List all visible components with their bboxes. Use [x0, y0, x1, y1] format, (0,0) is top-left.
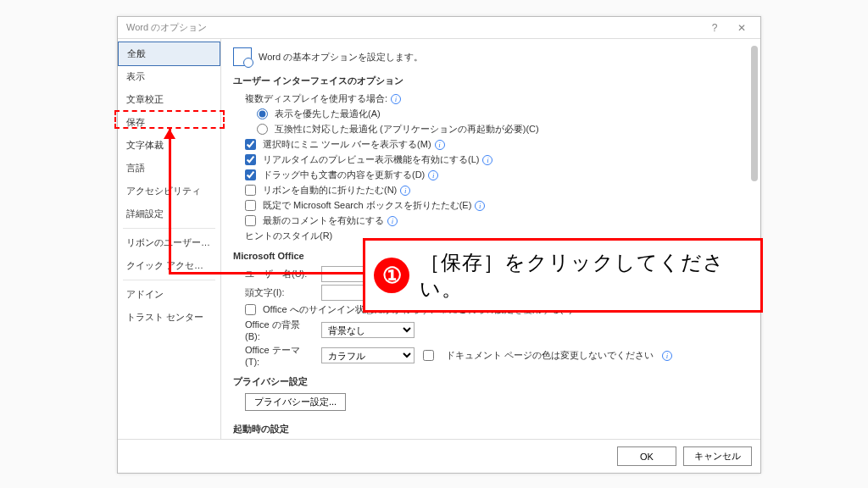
- info-icon[interactable]: i: [435, 140, 445, 150]
- info-icon[interactable]: i: [482, 155, 492, 165]
- initials-label: 頭文字(I):: [245, 286, 313, 299]
- info-icon[interactable]: i: [662, 351, 672, 361]
- username-label: ユーザー名(U):: [245, 268, 313, 280]
- cb-drag-label: ドラッグ中も文書の内容を更新する(D): [263, 169, 425, 181]
- dialog-title: Word のオプション: [126, 21, 207, 34]
- cb-collapse-search[interactable]: [245, 200, 256, 211]
- cb-preview-label: リアルタイムのプレビュー表示機能を有効にする(L): [263, 153, 479, 166]
- annotation-number: ①: [374, 258, 409, 293]
- office-bg-label: Office の背景(B):: [245, 319, 313, 341]
- sidebar-item-proofing[interactable]: 文章校正: [118, 88, 220, 111]
- section-privacy: プライバシー設定: [233, 375, 750, 388]
- sidebar-item-display[interactable]: 表示: [118, 65, 220, 88]
- annotation-callout: ① ［保存］をクリックしてください。: [363, 238, 763, 313]
- radio-compat[interactable]: [257, 124, 268, 135]
- multi-display-label: 複数ディスプレイを使用する場合:: [245, 92, 387, 105]
- titlebar: Word のオプション ? ✕: [118, 17, 760, 39]
- office-theme-select[interactable]: カラフル: [321, 347, 415, 363]
- cancel-button[interactable]: キャンセル: [683, 446, 752, 466]
- scrollbar-thumb[interactable]: [751, 46, 758, 181]
- cb-mini-toolbar[interactable]: [245, 139, 256, 150]
- office-theme-label: Office テーマ(T):: [245, 344, 313, 367]
- cb-comment-label: 最新のコメントを有効にする: [263, 214, 384, 227]
- cb-mini-label: 選択時にミニ ツール バーを表示する(M): [263, 138, 431, 151]
- cb-modern-comments[interactable]: [245, 215, 256, 226]
- top-description: Word の基本オプションを設定します。: [259, 51, 423, 64]
- cb-ribbon-label: リボンを自動的に折りたたむ(N): [263, 184, 397, 197]
- cb-doc-page-color[interactable]: [423, 350, 434, 361]
- cb-search-label: 既定で Microsoft Search ボックスを折りたたむ(E): [263, 199, 471, 212]
- info-icon[interactable]: i: [428, 170, 438, 180]
- dialog-footer: OK キャンセル: [118, 439, 760, 473]
- info-icon[interactable]: i: [387, 216, 398, 226]
- radio-compat-label: 互換性に対応した最適化 (アプリケーションの再起動が必要)(C): [275, 123, 539, 136]
- annotation-text: ［保存］をクリックしてください。: [420, 249, 752, 302]
- sidebar-item-general[interactable]: 全般: [118, 42, 220, 66]
- office-bg-select[interactable]: 背景なし: [321, 322, 415, 338]
- annotation-arrow-horizontal: [169, 272, 363, 274]
- sidebar-item-trust[interactable]: トラスト センター: [118, 306, 220, 329]
- radio-display-first[interactable]: [257, 108, 268, 119]
- info-icon[interactable]: i: [475, 201, 485, 211]
- ok-button[interactable]: OK: [617, 446, 676, 466]
- info-icon[interactable]: i: [391, 94, 401, 104]
- sidebar-item-addins[interactable]: アドイン: [118, 283, 220, 306]
- annotation-arrow-vertical: [169, 129, 171, 274]
- options-icon: [233, 47, 252, 66]
- hint-style-label: ヒントのスタイル(R): [245, 230, 332, 242]
- close-button[interactable]: ✕: [728, 22, 755, 34]
- cb-collapse-ribbon[interactable]: [245, 185, 256, 196]
- cb-live-preview[interactable]: [245, 154, 256, 165]
- privacy-settings-button[interactable]: プライバシー設定...: [245, 393, 346, 411]
- cb-always-use[interactable]: [245, 304, 256, 315]
- section-startup: 起動時の設定: [233, 423, 750, 435]
- help-button[interactable]: ?: [701, 22, 728, 34]
- section-ui: ユーザー インターフェイスのオプション: [233, 75, 750, 87]
- info-icon[interactable]: i: [400, 186, 410, 196]
- cb-drag-update[interactable]: [245, 169, 256, 180]
- cb-docpage-label: ドキュメント ページの色は変更しないでください: [446, 349, 654, 362]
- radio-display-first-label: 表示を優先した最適化(A): [275, 108, 381, 120]
